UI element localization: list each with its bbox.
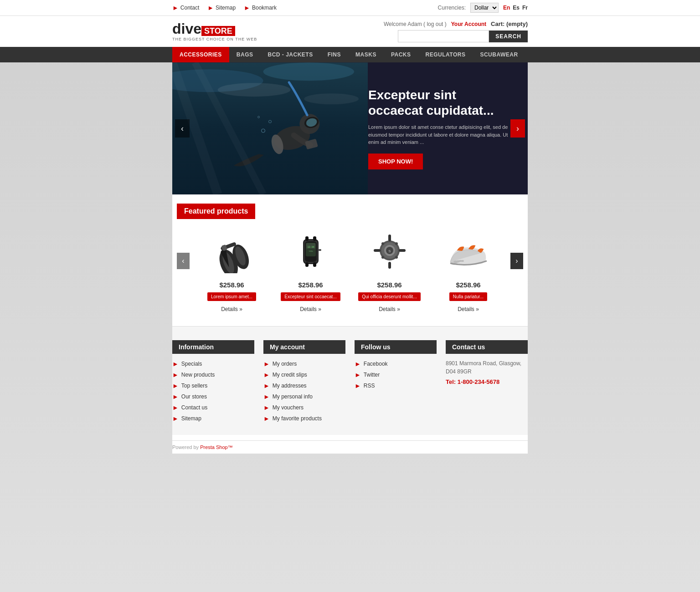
svg-point-43 xyxy=(381,256,384,259)
search-button[interactable]: SEARCH xyxy=(489,31,528,42)
currencies-label: Currencies: xyxy=(438,5,466,11)
product-price-3: $258.96 xyxy=(432,281,505,289)
footer-dot-icon: ► xyxy=(263,382,270,389)
footer-our-stores-link[interactable]: Our stores xyxy=(181,393,207,400)
nav-accessories[interactable]: ACCESSORIES xyxy=(172,47,229,62)
footer-dot-icon: ► xyxy=(172,371,179,378)
footer-dot-icon: ► xyxy=(172,360,179,367)
topbar-links: ► Contact ► Sitemap ► Bookmark xyxy=(172,4,277,11)
footer-address-line1: 8901 Marmora Road, Glasgow, xyxy=(446,360,528,367)
search-input[interactable] xyxy=(398,30,489,42)
footer-rss-link[interactable]: RSS xyxy=(364,383,375,389)
footer-link-sitemap: ► Sitemap xyxy=(172,415,254,422)
footer-dot-icon: ► xyxy=(355,371,361,378)
prestashop-link[interactable]: Presta Shop™ xyxy=(200,444,233,450)
hero-prev-button[interactable]: ‹ xyxy=(175,119,190,138)
nav-regulators[interactable]: REGULATORS xyxy=(418,47,473,62)
footer-new-products-link[interactable]: New products xyxy=(181,372,215,378)
site-logo[interactable]: diveSTORE THE BIGGEST CHOICE ON THE WEB xyxy=(172,21,257,41)
currency-select[interactable]: Dollar xyxy=(470,3,499,13)
footer-dot-icon: ► xyxy=(172,382,179,389)
sitemap-link[interactable]: ► Sitemap xyxy=(207,4,236,11)
nav-scubawear[interactable]: SCUBAWEAR xyxy=(473,47,525,62)
footer-specials-link[interactable]: Specials xyxy=(181,361,202,367)
svg-rect-30 xyxy=(313,262,316,267)
featured-products-section: Featured products ‹ xyxy=(172,194,528,312)
contact-link[interactable]: ► Contact xyxy=(172,4,199,11)
svg-rect-29 xyxy=(305,262,309,267)
product-tag-1[interactable]: Excepteur sint occaecat... xyxy=(281,292,340,301)
hero-next-button[interactable]: › xyxy=(510,119,525,138)
hero-text: Lorem ipsum dolor sit amet conse ctetur … xyxy=(368,123,514,146)
footer-my-account-title: My account xyxy=(263,340,345,354)
hero-image xyxy=(172,62,368,194)
your-account-link[interactable]: Your Account xyxy=(451,21,486,27)
nav-fins[interactable]: FINS xyxy=(320,47,348,62)
footer-dot-icon: ► xyxy=(263,360,270,367)
footer-dot-icon: ► xyxy=(172,415,179,422)
svg-point-3 xyxy=(218,83,291,97)
language-links: En Es Fr xyxy=(503,5,528,11)
footer-follow-us: Follow us ► Facebook ► Twitter ► RSS xyxy=(355,340,437,426)
bookmark-link[interactable]: ► Bookmark xyxy=(244,4,277,11)
product-tag-0[interactable]: Lorem ipsum amet... xyxy=(207,292,256,301)
footer-my-personal-info-link[interactable]: My personal info xyxy=(273,393,313,400)
nav-bags[interactable]: BAGS xyxy=(229,47,261,62)
footer-contact-us: Contact us 8901 Marmora Road, Glasgow, D… xyxy=(446,340,528,426)
footer-my-addresses-link[interactable]: My addresses xyxy=(273,383,307,389)
footer-dot-icon: ► xyxy=(263,371,270,378)
footer-dot-icon: ► xyxy=(172,404,179,411)
contact-arrow-icon: ► xyxy=(172,4,179,11)
footer-sitemap-link[interactable]: Sitemap xyxy=(181,415,201,422)
powered-by: Powered by Presta Shop™ xyxy=(172,440,528,454)
product-tag-2[interactable]: Qui officia deserunt mollit... xyxy=(358,292,420,301)
logo-brand: ive xyxy=(181,20,201,37)
nav-masks[interactable]: MASKS xyxy=(348,47,384,62)
svg-point-49 xyxy=(461,260,464,262)
footer-follow-us-title: Follow us xyxy=(355,340,437,354)
footer-my-orders-link[interactable]: My orders xyxy=(273,361,297,367)
lang-es[interactable]: Es xyxy=(513,5,520,11)
footer-my-credit-slips-link[interactable]: My credit slips xyxy=(273,372,307,378)
svg-point-2 xyxy=(263,62,355,81)
product-details-1[interactable]: Details » xyxy=(274,306,347,312)
shop-now-button[interactable]: SHOP NOW! xyxy=(368,153,423,169)
product-image-3 xyxy=(432,226,505,276)
product-details-2[interactable]: Details » xyxy=(353,306,426,312)
footer-link-top-sellers: ► Top sellers xyxy=(172,382,254,389)
footer-contact-us-link[interactable]: Contact us xyxy=(181,404,207,411)
footer: Information ► Specials ► New products ► xyxy=(172,326,528,435)
footer-phone[interactable]: Tel: 1-800-234-5678 xyxy=(446,378,528,385)
svg-rect-27 xyxy=(305,236,309,241)
bookmark-arrow-icon: ► xyxy=(244,4,250,11)
svg-rect-40 xyxy=(388,262,391,269)
carousel-prev-button[interactable]: ‹ xyxy=(177,253,190,269)
footer-link-rss: ► RSS xyxy=(355,382,437,389)
footer-address-line2: D04 89GR xyxy=(446,368,528,375)
lang-en[interactable]: En xyxy=(503,5,510,11)
footer-top-sellers-link[interactable]: Top sellers xyxy=(181,383,207,389)
svg-rect-39 xyxy=(388,235,391,241)
footer-dot-icon: ► xyxy=(263,415,270,422)
carousel-next-button[interactable]: › xyxy=(510,253,523,269)
product-image-2: S xyxy=(353,226,426,276)
nav-packs[interactable]: PACKS xyxy=(384,47,418,62)
product-details-0[interactable]: Details » xyxy=(195,306,268,312)
footer-twitter-link[interactable]: Twitter xyxy=(364,372,380,378)
svg-rect-28 xyxy=(313,236,316,241)
footer-facebook-link[interactable]: Facebook xyxy=(364,361,388,367)
footer-dot-icon: ► xyxy=(355,360,361,367)
footer-contact-us-title: Contact us xyxy=(446,340,528,354)
product-tag-3[interactable]: Nulla pariatur... xyxy=(449,292,487,301)
footer-my-vouchers-link[interactable]: My vouchers xyxy=(273,404,304,411)
product-details-3[interactable]: Details » xyxy=(432,306,505,312)
footer-link-our-stores: ► Our stores xyxy=(172,393,254,400)
hero-slider: Excepteur sint occaecat cupidatat... Lor… xyxy=(172,62,528,194)
product-card-0: $258.96 Lorem ipsum amet... Details » xyxy=(195,226,268,312)
header-right: Welcome Adam ( log out ) Your Account Ca… xyxy=(384,20,528,42)
cart-status[interactable]: Cart: (empty) xyxy=(491,20,528,27)
svg-rect-31 xyxy=(319,249,321,251)
nav-bcd-jackets[interactable]: BCD - JACKETS xyxy=(261,47,320,62)
footer-my-favorite-products-link[interactable]: My favorite products xyxy=(273,415,322,422)
lang-fr[interactable]: Fr xyxy=(522,5,528,11)
